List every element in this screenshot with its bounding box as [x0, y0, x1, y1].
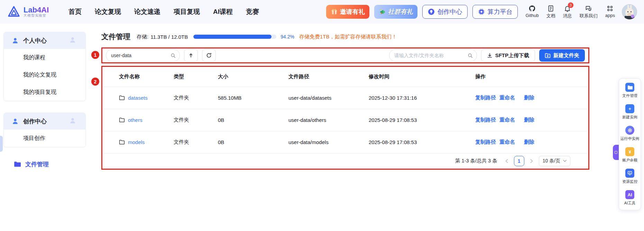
copy-path-action[interactable]: 复制路径	[475, 139, 496, 145]
delete-action[interactable]: 删除	[524, 139, 534, 145]
sidebar-item-file-manager[interactable]: 文件管理	[3, 159, 86, 170]
menu-home[interactable]: 首页	[68, 7, 82, 16]
contact-link[interactable]: 联系我们	[580, 5, 598, 19]
compute-platform-button[interactable]: 算力平台	[472, 5, 518, 19]
toolbar-annotation-box: SFTP上传下载 新建文件夹	[101, 47, 589, 63]
quickbar-file-manager[interactable]: 文件管理	[622, 83, 637, 98]
file-name-link[interactable]: models	[128, 139, 145, 145]
logo-tagline: 大模型实验室	[24, 14, 49, 18]
quickbar-collapse-handle[interactable]	[613, 145, 619, 160]
download-icon	[487, 53, 493, 58]
invite-promo-label: 邀请有礼	[340, 8, 365, 16]
apps-link[interactable]: apps	[605, 5, 615, 18]
page-size-value: 10 条/页	[543, 158, 560, 164]
menu-paper-repro[interactable]: 论文复现	[95, 7, 121, 16]
scroll-indicator[interactable]	[0, 136, 3, 152]
quickbar-label: AI工具	[624, 201, 635, 206]
file-search-wrap	[389, 49, 477, 62]
folder-icon	[14, 161, 21, 168]
folder-outline-icon	[119, 95, 125, 101]
personal-center-header[interactable]: 个人中心	[4, 32, 85, 49]
next-page-button[interactable]	[528, 156, 535, 166]
creation-center-button[interactable]: 创作中心	[422, 5, 468, 19]
chat-icon	[585, 5, 592, 12]
menu-project-repro[interactable]: 项目复现	[174, 7, 200, 16]
col-header-path: 文件路径	[288, 73, 369, 80]
right-quickbar: 文件管理 ＋ 新建实例 运行中实例 ¥ 账户余额 资源监控 AI AI工具	[619, 78, 641, 210]
rename-action[interactable]: 重命名	[499, 139, 515, 145]
storage-progress-fill	[193, 35, 272, 39]
chip-icon	[478, 8, 485, 15]
rename-action[interactable]: 重命名	[499, 95, 515, 101]
page-size-select[interactable]: 10 条/页	[539, 156, 570, 166]
file-type: 文件夹	[174, 139, 218, 145]
pagination: 第 1-3 条/总共 3 条 1 10 条/页	[102, 153, 588, 168]
new-folder-button[interactable]: 新建文件夹	[539, 49, 585, 62]
annotation-badge-1: 1	[91, 51, 99, 59]
community-promo-button[interactable]: 社群有礼	[374, 5, 417, 19]
menu-competition[interactable]: 竞赛	[246, 7, 259, 16]
file-manager-label: 文件管理	[25, 160, 49, 168]
lab4ai-logo-icon	[7, 5, 21, 19]
person-ghost-icon	[70, 37, 76, 43]
left-sidebar: 个人中心 我的课程 我的论文复现 我的项目复现 创作中心 项目创作	[3, 32, 86, 170]
file-name-link[interactable]: others	[128, 117, 142, 123]
file-path: user-data/models	[288, 139, 369, 145]
quickbar-running-instances[interactable]: 运行中实例	[620, 126, 640, 141]
personal-center-card: 个人中心 我的课程 我的论文复现 我的项目复现	[3, 32, 86, 101]
docs-link[interactable]: 文档	[546, 5, 555, 19]
quickbar-new-instance[interactable]: ＋ 新建实例	[622, 104, 637, 120]
sidebar-item-project-creation[interactable]: 项目创作	[4, 130, 85, 147]
sftp-transfer-button[interactable]: SFTP上传下载	[481, 49, 535, 62]
logo[interactable]: Lab4AI 大模型实验室	[7, 5, 59, 19]
delete-action[interactable]: 删除	[524, 95, 534, 101]
sidebar-item-my-paper-repro[interactable]: 我的论文复现	[4, 66, 85, 83]
file-type: 文件夹	[174, 117, 218, 123]
copy-path-action[interactable]: 复制路径	[475, 95, 496, 101]
upload-arrow-icon	[188, 53, 194, 58]
quickbar-label: 文件管理	[622, 93, 637, 98]
github-label: Github	[525, 13, 539, 18]
col-header-name: 文件名称	[119, 73, 174, 80]
person-icon	[12, 118, 18, 124]
copy-path-action[interactable]: 复制路径	[475, 117, 496, 123]
rename-action[interactable]: 重命名	[499, 117, 515, 123]
folder-outline-icon	[119, 139, 125, 145]
github-link[interactable]: Github	[525, 5, 539, 18]
user-avatar[interactable]	[622, 4, 637, 19]
creation-center-label: 创作中心	[437, 8, 462, 16]
file-name-link[interactable]: datasets	[128, 95, 148, 101]
quickbar-label: 账户余额	[622, 158, 637, 163]
creation-center-header[interactable]: 创作中心	[4, 113, 85, 130]
delete-action[interactable]: 删除	[524, 117, 534, 123]
refresh-button[interactable]	[202, 49, 216, 62]
file-size: 0B	[218, 139, 288, 145]
menu-ai-course[interactable]: AI课程	[213, 7, 233, 16]
file-search-input[interactable]	[389, 49, 477, 62]
sidebar-item-my-project-repro[interactable]: 我的项目复现	[4, 83, 85, 101]
path-input[interactable]	[106, 49, 180, 62]
new-folder-button-label: 新建文件夹	[553, 52, 579, 59]
search-icon[interactable]	[171, 53, 176, 58]
sidebar-item-my-courses[interactable]: 我的课程	[4, 49, 85, 66]
file-size: 585.10MB	[218, 95, 288, 101]
file-path: user-data/others	[288, 117, 369, 123]
quickbar-label: 资源监控	[622, 179, 637, 184]
prev-page-button[interactable]	[503, 156, 510, 166]
folder-icon	[625, 83, 634, 92]
menu-paper-express[interactable]: 论文速递	[134, 7, 160, 16]
table-row: datasets 文件夹 585.10MB user-data/datasets…	[102, 87, 588, 109]
page-number-1[interactable]: 1	[514, 156, 524, 166]
quickbar-resource-monitor[interactable]: 资源监控	[622, 169, 637, 184]
refresh-icon	[206, 53, 212, 58]
sftp-button-label: SFTP上传下载	[495, 52, 529, 59]
invite-promo-button[interactable]: 邀请有礼	[326, 5, 369, 19]
table-row: others 文件夹 0B user-data/others 2025-08-2…	[102, 109, 588, 131]
storage-notice[interactable]: 存储免费1TB，如需扩容存储请联系我们！	[299, 34, 397, 40]
quickbar-ai-tools[interactable]: AI AI工具	[624, 190, 635, 206]
apps-grid-icon	[606, 5, 614, 12]
go-up-directory-button[interactable]	[184, 49, 198, 62]
search-icon[interactable]	[468, 53, 473, 58]
messages-link[interactable]: 3 消息	[563, 5, 572, 19]
quickbar-account-balance[interactable]: ¥ 账户余额	[622, 147, 637, 163]
